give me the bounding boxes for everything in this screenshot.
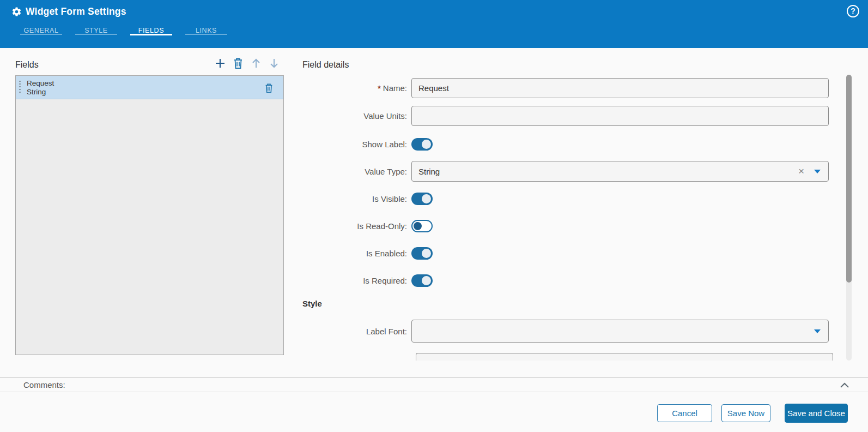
toggle-knob <box>422 140 431 149</box>
drag-handle[interactable] <box>19 81 21 94</box>
label-font-label: Label Font: <box>302 320 411 343</box>
tab-general-label: GENERAL <box>24 27 59 34</box>
save-and-close-button[interactable]: Save and Close <box>785 404 848 423</box>
field-list-item[interactable]: Request String <box>16 76 283 99</box>
is-enabled-toggle[interactable] <box>411 247 433 260</box>
show-label-toggle[interactable] <box>411 138 433 151</box>
tab-links[interactable]: LINKS <box>185 22 227 41</box>
is-required-row: Is Required: <box>302 274 833 287</box>
is-visible-label: Is Visible: <box>302 193 411 205</box>
toggle-knob <box>422 276 431 285</box>
widget-form-settings-dialog: Widget Form Settings ? GENERAL STYLE FIE… <box>0 0 868 432</box>
value-type-value: String <box>418 167 440 176</box>
clipped-next-input[interactable] <box>416 353 833 361</box>
field-details-title: Field details <box>302 60 349 70</box>
name-row: * Name: <box>302 78 833 98</box>
fields-toolbar <box>214 57 281 70</box>
move-field-down-button[interactable] <box>268 57 281 70</box>
name-label: * Name: <box>302 78 411 98</box>
tab-underline <box>20 34 62 35</box>
comments-bar: Comments: <box>0 377 868 392</box>
show-label-row: Show Label: <box>302 138 833 151</box>
chevron-down-icon[interactable] <box>814 329 821 333</box>
arrow-down-icon <box>269 57 280 69</box>
required-asterisk: * <box>378 83 381 93</box>
gear-icon <box>11 7 22 17</box>
comments-collapse-button[interactable] <box>839 380 851 391</box>
trash-icon <box>233 57 244 69</box>
is-required-label: Is Required: <box>302 274 411 287</box>
trash-icon <box>264 83 274 93</box>
move-field-up-button[interactable] <box>250 57 263 70</box>
is-visible-toggle[interactable] <box>411 193 433 205</box>
show-label-label: Show Label: <box>302 138 411 151</box>
is-enabled-row: Is Enabled: <box>302 247 833 260</box>
field-item-name: Request <box>27 79 54 87</box>
tab-general[interactable]: GENERAL <box>20 22 62 41</box>
is-required-toggle[interactable] <box>411 274 433 287</box>
is-enabled-label: Is Enabled: <box>302 247 411 260</box>
name-input[interactable] <box>411 78 829 98</box>
label-font-select[interactable] <box>411 320 829 343</box>
fields-list: Request String <box>15 75 284 355</box>
add-field-button[interactable] <box>214 57 227 70</box>
tab-underline <box>185 34 227 35</box>
style-section-title: Style <box>302 299 322 308</box>
tab-underline <box>75 34 117 35</box>
chevron-up-icon <box>840 381 849 389</box>
name-label-text: Name: <box>383 83 407 93</box>
tab-bar: GENERAL STYLE FIELDS LINKS <box>20 22 227 41</box>
tab-underline <box>130 34 172 35</box>
save-now-button[interactable]: Save Now <box>721 404 770 422</box>
tab-fields-label: FIELDS <box>138 27 164 34</box>
fields-panel-title: Fields <box>15 60 39 70</box>
is-read-only-label: Is Read-Only: <box>302 220 411 232</box>
delete-item-button[interactable] <box>263 82 275 94</box>
is-read-only-row: Is Read-Only: <box>302 220 833 232</box>
tab-style[interactable]: STYLE <box>75 22 117 41</box>
arrow-up-icon <box>251 57 262 69</box>
field-item-type: String <box>27 88 46 96</box>
chevron-down-icon[interactable] <box>814 170 821 173</box>
value-units-row: Value Units: <box>302 106 833 126</box>
scrollbar-thumb[interactable] <box>846 75 852 283</box>
clear-icon[interactable]: × <box>798 166 804 176</box>
page-title: Widget Form Settings <box>26 6 126 17</box>
help-icon[interactable]: ? <box>847 5 859 17</box>
tab-links-label: LINKS <box>196 27 217 34</box>
is-read-only-toggle[interactable] <box>411 220 433 232</box>
value-type-label: Value Type: <box>302 161 411 182</box>
tab-style-label: STYLE <box>84 27 108 34</box>
dialog-header: Widget Form Settings ? GENERAL STYLE FIE… <box>0 0 868 48</box>
toggle-knob <box>422 249 431 258</box>
delete-field-button[interactable] <box>232 57 245 70</box>
value-type-row: Value Type: String × <box>302 161 833 182</box>
details-scrollbar[interactable] <box>846 75 852 361</box>
value-units-input[interactable] <box>411 106 829 126</box>
comments-label: Comments: <box>23 380 65 389</box>
is-visible-row: Is Visible: <box>302 193 833 205</box>
toggle-knob <box>422 194 431 203</box>
tab-fields[interactable]: FIELDS <box>130 22 172 41</box>
label-font-row: Label Font: <box>302 320 833 343</box>
value-type-select[interactable]: String × <box>411 161 829 182</box>
toggle-knob <box>414 222 422 230</box>
value-units-label: Value Units: <box>302 106 411 126</box>
cancel-button[interactable]: Cancel <box>657 404 712 422</box>
plus-icon <box>214 57 226 69</box>
